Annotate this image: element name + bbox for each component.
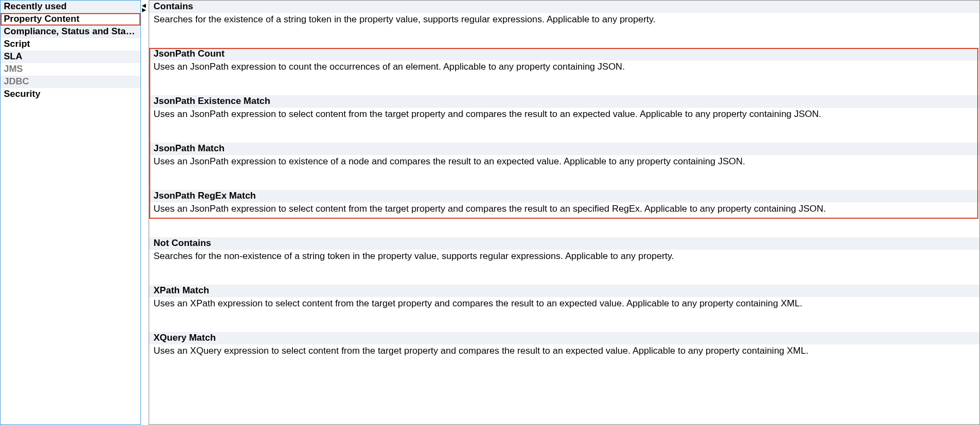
- assertion-entry-jsonpath-existence-match[interactable]: JsonPath Existence MatchUses an JsonPath…: [149, 95, 979, 143]
- pane-splitter[interactable]: ◀▶: [141, 0, 149, 425]
- assertion-entry-description: Uses an JsonPath expression to count the…: [149, 60, 979, 73]
- assertion-entry-xquery-match[interactable]: XQuery MatchUses an XQuery expression to…: [149, 332, 979, 363]
- assertion-entry-title: JsonPath Match: [149, 143, 979, 155]
- splitter-arrows-icon: ◀▶: [142, 3, 146, 12]
- assertion-entry-jsonpath-match[interactable]: JsonPath MatchUses an JsonPath expressio…: [149, 143, 979, 190]
- assertion-entry-description: Uses an JsonPath expression to select co…: [149, 202, 979, 215]
- assertion-entry-title: JsonPath Count: [149, 48, 979, 60]
- assertion-entry-description: Uses an XQuery expression to select cont…: [149, 344, 979, 358]
- assertion-list-panel: ContainsSearches for the existence of a …: [149, 0, 980, 425]
- sidebar-item-sla[interactable]: SLA: [1, 51, 140, 63]
- assertion-entry-description: Searches for the existence of a string t…: [149, 13, 979, 26]
- sidebar-item-jms[interactable]: JMS: [1, 63, 140, 76]
- assertion-entry-title: XPath Match: [149, 285, 979, 297]
- assertion-entry-title: XQuery Match: [149, 332, 979, 344]
- root-container: Recently usedProperty ContentCompliance,…: [0, 0, 980, 425]
- assertion-entry-not-contains[interactable]: Not ContainsSearches for the non-existen…: [149, 237, 979, 285]
- sidebar-item-recently-used[interactable]: Recently used: [1, 1, 140, 13]
- assertion-entry-jsonpath-regex-match[interactable]: JsonPath RegEx MatchUses an JsonPath exp…: [149, 190, 979, 237]
- sidebar-item-script[interactable]: Script: [1, 38, 140, 51]
- assertion-entry-title: Not Contains: [149, 237, 979, 250]
- category-sidebar: Recently usedProperty ContentCompliance,…: [0, 0, 141, 425]
- sidebar-item-jdbc[interactable]: JDBC: [1, 76, 140, 88]
- assertion-entry-jsonpath-count[interactable]: JsonPath CountUses an JsonPath expressio…: [149, 48, 979, 95]
- assertion-entry-description: Uses an JsonPath expression to select co…: [149, 108, 979, 121]
- assertion-entry-description: Searches for the non-existence of a stri…: [149, 250, 979, 263]
- assertion-entry-title: JsonPath RegEx Match: [149, 190, 979, 202]
- assertion-entry-xpath-match[interactable]: XPath MatchUses an XPath expression to s…: [149, 285, 979, 332]
- assertion-entry-contains[interactable]: ContainsSearches for the existence of a …: [149, 1, 979, 48]
- assertion-entry-title: JsonPath Existence Match: [149, 95, 979, 108]
- assertion-entry-description: Uses an JsonPath expression to existence…: [149, 155, 979, 168]
- assertion-entry-description: Uses an XPath expression to select conte…: [149, 297, 979, 310]
- sidebar-item-security[interactable]: Security: [1, 88, 140, 101]
- assertion-entry-title: Contains: [149, 1, 979, 13]
- sidebar-item-property-content[interactable]: Property Content: [1, 13, 140, 26]
- sidebar-item-compliance-status-and-standards[interactable]: Compliance, Status and Stand…: [1, 26, 140, 38]
